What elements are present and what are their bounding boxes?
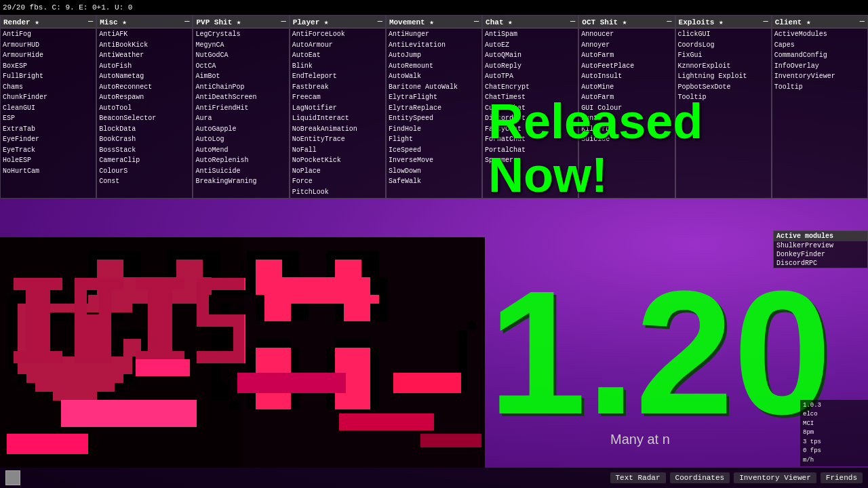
module-item[interactable]: AntiForceLook	[292, 29, 383, 40]
module-item[interactable]: NoPlace	[292, 166, 383, 177]
bottom-bar-item[interactable]: Inventory Viewer	[734, 472, 816, 483]
module-item[interactable]: CleanGUI	[3, 103, 94, 114]
module-item[interactable]: AutoMine	[581, 82, 672, 93]
module-item[interactable]: ElytraFlight	[389, 92, 479, 103]
module-item[interactable]: CommandConfig	[774, 50, 865, 61]
module-item[interactable]: Annoucer	[581, 29, 672, 40]
module-item[interactable]: BookCrash	[99, 134, 190, 145]
module-item[interactable]: InventoryViewer	[774, 71, 865, 82]
module-item[interactable]: FullBright	[3, 71, 94, 82]
module-item[interactable]: ArmourHUD	[3, 40, 94, 51]
module-item[interactable]: Tooltip	[774, 82, 865, 93]
module-item[interactable]: AntiLevitation	[389, 40, 479, 51]
bottom-items[interactable]: Text RadarCoordinatesInventory ViewerFri…	[610, 472, 863, 483]
module-item[interactable]: AutoTPA	[485, 71, 576, 82]
module-item[interactable]: AutoReplenish	[195, 155, 286, 166]
module-item[interactable]: LiquidInteract	[292, 113, 383, 124]
panel-minus-chat[interactable]: —	[570, 17, 575, 26]
module-item[interactable]: NoPocketKick	[292, 155, 383, 166]
module-item[interactable]: AntiChainPop	[195, 82, 286, 93]
module-item[interactable]: AutoRemount	[389, 61, 479, 72]
module-item[interactable]: FindHole	[389, 124, 479, 135]
module-item[interactable]: NoHurtCam	[3, 166, 94, 177]
module-item[interactable]: BossStack	[99, 145, 190, 156]
panel-minus-pvpshit[interactable]: —	[281, 17, 285, 26]
module-item[interactable]: Fastbreak	[292, 82, 383, 93]
module-item[interactable]: Freecam	[292, 92, 383, 103]
module-item[interactable]: BoxESP	[3, 61, 94, 72]
module-item[interactable]: AutoFish	[99, 61, 190, 72]
module-item[interactable]: NutGodCA	[195, 50, 286, 61]
module-item[interactable]: EyeTrack	[3, 145, 94, 156]
panel-minus-player[interactable]: —	[378, 17, 382, 26]
module-item[interactable]: ElytraReplace	[389, 103, 479, 114]
module-item[interactable]: ActiveModules	[774, 29, 865, 40]
module-item[interactable]: HoleESP	[3, 155, 94, 166]
module-item[interactable]: AntiWeather	[99, 50, 190, 61]
module-item[interactable]: EyeFinder	[3, 134, 94, 145]
module-item[interactable]: clickGUI	[678, 29, 769, 40]
module-item[interactable]: AutoNametag	[99, 71, 190, 82]
module-item[interactable]: IceSpeed	[389, 145, 479, 156]
module-item[interactable]: LagNotifier	[292, 103, 383, 114]
module-item[interactable]: AutoQMain	[485, 50, 576, 61]
module-item[interactable]: ColourS	[99, 166, 190, 177]
module-item[interactable]: AutoReply	[485, 61, 576, 72]
module-item[interactable]: AutoWalk	[389, 71, 479, 82]
module-item[interactable]: AntiHunger	[389, 29, 479, 40]
module-item[interactable]: BeaconSelector	[99, 113, 190, 124]
module-item[interactable]: FixGui	[678, 50, 769, 61]
module-item[interactable]: Flight	[389, 134, 479, 145]
module-item[interactable]: AntiFog	[3, 29, 94, 40]
module-item[interactable]: OctCA	[195, 61, 286, 72]
module-item[interactable]: AutoJump	[389, 50, 479, 61]
module-item[interactable]: AutoEat	[292, 50, 383, 61]
module-item[interactable]: PopbotSexDote	[678, 82, 769, 93]
panel-minus-client[interactable]: —	[860, 17, 865, 26]
module-item[interactable]: ChatEncrypt	[485, 82, 576, 93]
module-item[interactable]: NoFall	[292, 145, 383, 156]
module-item[interactable]: ArmourHide	[3, 50, 94, 61]
module-item[interactable]: AimBot	[195, 71, 286, 82]
module-item[interactable]: ESP	[3, 113, 94, 124]
module-item[interactable]: Lightning Exploit	[678, 71, 769, 82]
module-item[interactable]: NoBreakAnimation	[292, 124, 383, 135]
module-item[interactable]: Capes	[774, 40, 865, 51]
module-item[interactable]: EndTeleport	[292, 71, 383, 82]
module-item[interactable]: PitchLook	[292, 187, 383, 198]
module-item[interactable]: Blink	[292, 61, 383, 72]
module-item[interactable]: BlockData	[99, 124, 190, 135]
module-item[interactable]: ChunkFinder	[3, 92, 94, 103]
module-item[interactable]: AutoReconnect	[99, 82, 190, 93]
module-item[interactable]: Annoyer	[581, 40, 672, 51]
module-item[interactable]: SafeWalk	[389, 176, 479, 187]
module-item[interactable]: Baritone AutoWalk	[389, 82, 479, 93]
module-item[interactable]: AutoEZ	[485, 40, 576, 51]
module-item[interactable]: AutoFarm	[581, 50, 672, 61]
module-item[interactable]: CoordsLog	[678, 40, 769, 51]
panel-minus-movement[interactable]: —	[474, 17, 479, 26]
panel-minus-render[interactable]: —	[88, 17, 93, 26]
module-item[interactable]: AutoRespawn	[99, 92, 190, 103]
module-item[interactable]: KznnorExploit	[678, 61, 769, 72]
module-item[interactable]: NoEntityTrace	[292, 134, 383, 145]
module-item[interactable]: AutoFeetPlace	[581, 61, 672, 72]
bottom-bar-item[interactable]: Text Radar	[610, 472, 666, 483]
module-item[interactable]: ExtraTab	[3, 124, 94, 135]
module-item[interactable]: EntitySpeed	[389, 113, 479, 124]
module-item[interactable]: AutoArmour	[292, 40, 383, 51]
module-item[interactable]: Force	[292, 176, 383, 187]
panel-minus-octshit[interactable]: —	[667, 17, 671, 26]
bottom-bar-item[interactable]: Friends	[821, 472, 863, 483]
module-item[interactable]: AutoInsult	[581, 71, 672, 82]
bottom-bar-item[interactable]: Coordinates	[670, 472, 730, 483]
module-item[interactable]: AutoTool	[99, 103, 190, 114]
module-item[interactable]: LegCrystals	[195, 29, 286, 40]
module-item[interactable]: CameraClip	[99, 155, 190, 166]
module-item[interactable]: AntiSuicide	[195, 166, 286, 177]
module-item[interactable]: AutoGapple	[195, 124, 286, 135]
module-item[interactable]: AntiFriendHit	[195, 103, 286, 114]
module-item[interactable]: AntiSpam	[485, 29, 576, 40]
module-item[interactable]: AntiBookKick	[99, 40, 190, 51]
panel-minus-misc[interactable]: —	[184, 17, 189, 26]
